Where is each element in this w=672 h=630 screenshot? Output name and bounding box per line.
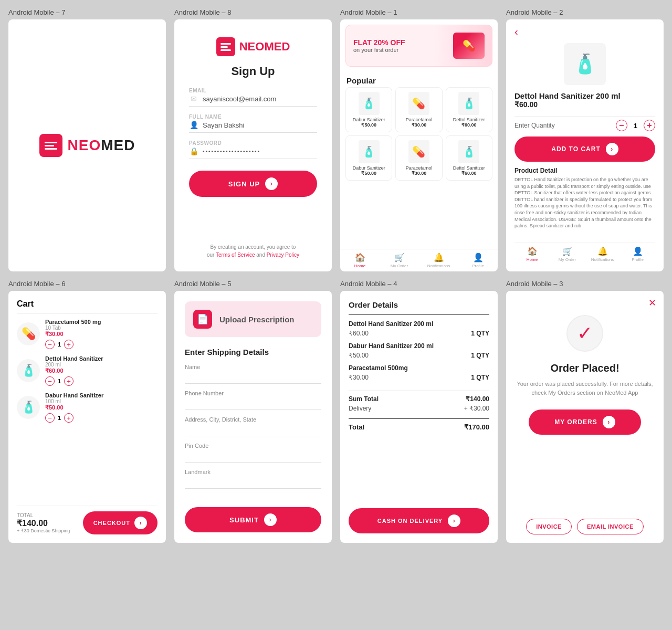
pd-nav-home-label: Home bbox=[527, 257, 538, 262]
my-orders-button[interactable]: MY ORDERS › bbox=[529, 410, 641, 435]
pincode-input[interactable] bbox=[185, 450, 321, 463]
product-price-1: ₹50.00 bbox=[361, 122, 376, 128]
screen8-label: Android Mobile – 8 bbox=[174, 8, 332, 16]
cart-item-info-3: Dabur Hand Sanitizer 100 ml ₹50.00 − 1 + bbox=[45, 392, 158, 423]
pd-nav-home[interactable]: 🏠 Home bbox=[514, 243, 550, 265]
cart-item-2: 🧴 Dettol Hand Sanitizer 200 ml ₹60.00 − … bbox=[17, 355, 158, 386]
password-label: PASSWORD bbox=[189, 140, 317, 146]
cart-total-info: TOTAL ₹140.00 + ₹30 Domestic Shipping bbox=[17, 512, 70, 533]
qty-value: 1 bbox=[634, 122, 637, 130]
upload-icon: 📄 bbox=[193, 310, 212, 329]
back-button[interactable]: ‹ bbox=[514, 26, 655, 38]
order-top-divider bbox=[349, 314, 489, 315]
pd-nav-order[interactable]: 🛒 My Order bbox=[550, 243, 585, 265]
cart-item-qty-1: − 1 + bbox=[45, 340, 158, 349]
cart-plus-3[interactable]: + bbox=[64, 413, 74, 423]
product-card-2[interactable]: 💊 Paracetamol ₹30.00 bbox=[395, 87, 442, 132]
logo-neo: NEO bbox=[68, 137, 101, 153]
screen2-label: Android Mobile – 2 bbox=[506, 8, 664, 16]
my-orders-label: MY ORDERS bbox=[554, 418, 597, 426]
product-price-5: ₹30.00 bbox=[412, 171, 427, 176]
product-card-5[interactable]: 💊 Paracetamol ₹30.00 bbox=[395, 135, 442, 181]
nav-profile[interactable]: 👤 Profile bbox=[458, 249, 498, 271]
cod-arrow: › bbox=[448, 514, 460, 527]
pincode-label: Pin Code bbox=[185, 443, 321, 449]
nav-order[interactable]: 🛒 My Order bbox=[380, 249, 419, 271]
product-image-box: 🧴 bbox=[564, 43, 606, 85]
fullname-label: FULL NAME bbox=[189, 114, 317, 120]
address-input[interactable] bbox=[185, 424, 321, 436]
delivery-value: + ₹30.00 bbox=[464, 405, 489, 412]
submit-button[interactable]: SUBMIT › bbox=[185, 507, 321, 532]
screen8: NEOMED Sign Up EMAIL ✉ sayaniscool@email… bbox=[174, 19, 332, 271]
close-button[interactable]: ✕ bbox=[648, 297, 656, 309]
pd-nav-profile[interactable]: 👤 Profile bbox=[620, 243, 655, 265]
signup-btn-arrow: › bbox=[265, 177, 278, 190]
fullname-field-group: FULL NAME 👤 Sayan Bakshi bbox=[189, 114, 317, 133]
screen1-wrapper: Android Mobile – 1 FLAT 20% OFF on your … bbox=[340, 8, 498, 271]
cart-plus-1[interactable]: + bbox=[64, 340, 74, 349]
cod-button[interactable]: CASH ON DELIVERY › bbox=[349, 508, 489, 533]
delivery-row: Delivery + ₹30.00 bbox=[349, 405, 489, 412]
order-item-qty-2: 1 QTY bbox=[471, 352, 489, 359]
cart-title: Cart bbox=[17, 299, 158, 309]
qty-plus-btn[interactable]: + bbox=[644, 120, 655, 131]
order-item-name-3: Paracetamol 500mg bbox=[349, 364, 489, 372]
order-item-name-1: Dettol Hand Sanitizer 200 ml bbox=[349, 320, 489, 328]
cart-item-1: 💊 Paracetamol 500 mg 10 Tab ₹30.00 − 1 + bbox=[17, 319, 158, 349]
name-input[interactable] bbox=[185, 372, 321, 384]
signup-button[interactable]: SIGN UP › bbox=[189, 171, 317, 197]
product-card-6[interactable]: 🧴 Dettol Sanitizer ₹60.00 bbox=[446, 135, 492, 181]
cart-item-info-1: Paracetamol 500 mg 10 Tab ₹30.00 − 1 + bbox=[45, 319, 158, 349]
cart-minus-3[interactable]: − bbox=[45, 413, 55, 423]
pd-profile-icon: 👤 bbox=[633, 246, 643, 256]
screen6: Cart 💊 Paracetamol 500 mg 10 Tab ₹30.00 … bbox=[8, 291, 166, 543]
checkout-button[interactable]: CHECKOUT › bbox=[83, 511, 158, 534]
add-to-cart-button[interactable]: ADD TO CART › bbox=[514, 136, 655, 162]
product-img-2: 💊 bbox=[408, 92, 429, 115]
cart-minus-1[interactable]: − bbox=[45, 340, 55, 349]
product-price-6: ₹60.00 bbox=[461, 171, 477, 176]
add-cart-label: ADD TO CART bbox=[551, 145, 600, 153]
terms-link[interactable]: Terms of Service bbox=[216, 252, 255, 258]
product-card-4[interactable]: 🧴 Dabur Sanitizer ₹50.00 bbox=[345, 135, 392, 181]
product-name-2: Paracetamol bbox=[406, 117, 433, 122]
password-row: 🔒 •••••••••••••••••••• bbox=[189, 147, 317, 159]
pd-nav-notifications[interactable]: 🔔 Notifications bbox=[585, 243, 620, 265]
logo-line-3 bbox=[45, 148, 57, 150]
order-total-divider bbox=[349, 418, 489, 419]
my-orders-arrow: › bbox=[603, 416, 615, 428]
product-card-1[interactable]: 🧴 Dabur Sanitizer ₹50.00 bbox=[345, 87, 392, 132]
cart-plus-2[interactable]: + bbox=[64, 376, 74, 386]
cart-shipping-text: + ₹30 Domestic Shipping bbox=[17, 528, 70, 533]
landmark-input[interactable] bbox=[185, 477, 321, 489]
nav-home[interactable]: 🏠 Home bbox=[340, 249, 380, 271]
pd-home-icon: 🏠 bbox=[527, 246, 538, 256]
cart-total-value: ₹140.00 bbox=[17, 518, 70, 528]
nav-notifications-label: Notifications bbox=[427, 264, 450, 268]
order-placed-container: ✕ ✓ Order Placed! Your order was placed … bbox=[506, 291, 664, 543]
nav-notifications[interactable]: 🔔 Notifications bbox=[419, 249, 458, 271]
cart-minus-2[interactable]: − bbox=[45, 376, 55, 386]
upload-prescription-button[interactable]: 📄 Upload Prescription bbox=[185, 301, 321, 337]
cart-qty-val-3: 1 bbox=[58, 415, 61, 421]
cart-item-price-3: ₹50.00 bbox=[45, 404, 158, 411]
product-card-3[interactable]: 🧴 Dettol Sanitizer ₹60.00 bbox=[446, 87, 492, 132]
cart-divider bbox=[17, 313, 158, 313]
product-name-5: Paracetamol bbox=[406, 165, 433, 171]
privacy-link[interactable]: Privacy Policy bbox=[267, 252, 299, 258]
name-field: Name bbox=[185, 364, 321, 384]
logo-med: MED bbox=[101, 137, 135, 153]
invoice-button[interactable]: INVOICE bbox=[526, 519, 572, 534]
products-grid: 🧴 Dabur Sanitizer ₹50.00 💊 Paracetamol ₹… bbox=[340, 87, 498, 181]
logo-icon bbox=[39, 134, 62, 157]
order-item-qty-1: 1 QTY bbox=[471, 330, 489, 337]
product-img-5: 💊 bbox=[408, 140, 429, 163]
signup-ll-1 bbox=[220, 43, 231, 45]
phone-input[interactable] bbox=[185, 398, 321, 410]
qty-minus-btn[interactable]: − bbox=[616, 120, 627, 131]
pd-product-name: Dettol Hand Sanitizer 200 ml bbox=[514, 91, 655, 100]
email-invoice-button[interactable]: EMAIL INVOICE bbox=[577, 519, 644, 534]
screen4-label: Android Mobile – 4 bbox=[340, 280, 498, 288]
delivery-label: Delivery bbox=[349, 405, 371, 412]
